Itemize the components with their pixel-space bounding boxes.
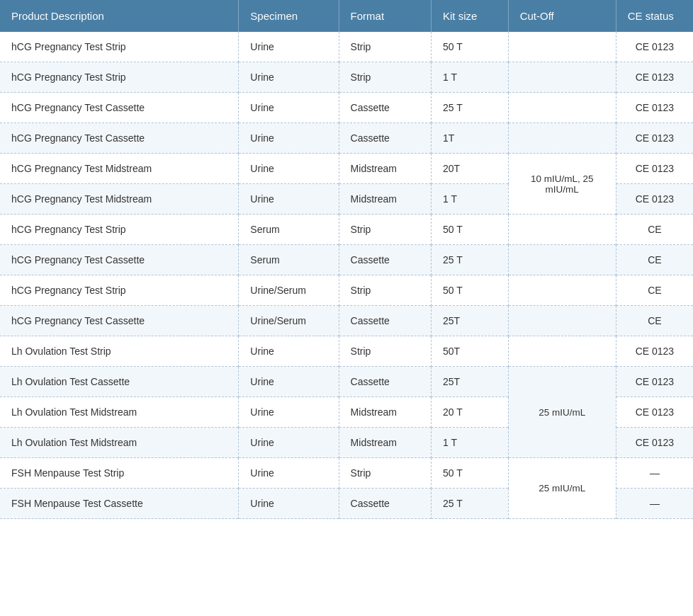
cell-kitsize: 25 T (432, 93, 509, 123)
cell-format: Cassette (339, 245, 431, 275)
cell-specimen: Urine/Serum (239, 306, 339, 336)
table-row: hCG Pregnancy Test CassetteSerumCassette… (0, 245, 693, 275)
table-row: hCG Pregnancy Test MidstreamUrineMidstre… (0, 154, 693, 184)
cell-kitsize: 50 T (432, 32, 509, 62)
table-row: hCG Pregnancy Test StripUrine/SerumStrip… (0, 275, 693, 306)
cell-specimen: Urine (239, 184, 339, 215)
cell-kitsize: 50 T (432, 275, 509, 306)
cell-product: hCG Pregnancy Test Strip (0, 275, 239, 306)
cell-cutoff (508, 306, 616, 336)
cell-cutoff: 25 mIU/mL (508, 458, 616, 519)
cell-product: Lh Ovulation Test Midstream (0, 397, 239, 428)
cell-kitsize: 1T (432, 123, 509, 154)
header-cestatus: CE status (616, 0, 693, 32)
cell-cutoff (508, 32, 616, 62)
cell-cestatus: CE 0123 (616, 428, 693, 458)
cell-kitsize: 20 T (432, 397, 509, 428)
cell-kitsize: 20T (432, 154, 509, 184)
cell-specimen: Urine (239, 489, 339, 519)
table-row: hCG Pregnancy Test StripSerumStrip50 TCE (0, 215, 693, 245)
cell-specimen: Urine (239, 397, 339, 428)
table-row: FSH Menpause Test StripUrineStrip50 T25 … (0, 458, 693, 489)
header-cutoff: Cut-Off (508, 0, 616, 32)
cell-cestatus: CE 0123 (616, 93, 693, 123)
cell-product: hCG Pregnancy Test Strip (0, 32, 239, 62)
cell-specimen: Urine (239, 123, 339, 154)
cell-cutoff (508, 93, 616, 123)
cell-specimen: Serum (239, 215, 339, 245)
table-row: Lh Ovulation Test StripUrineStrip50TCE 0… (0, 336, 693, 367)
cell-product: FSH Menpause Test Cassette (0, 489, 239, 519)
cell-format: Midstream (339, 397, 431, 428)
cell-specimen: Urine (239, 367, 339, 397)
cell-cestatus: CE 0123 (616, 367, 693, 397)
cell-kitsize: 25 T (432, 245, 509, 275)
cell-cestatus: CE 0123 (616, 62, 693, 93)
cell-format: Midstream (339, 428, 431, 458)
cell-product: hCG Pregnancy Test Cassette (0, 306, 239, 336)
cell-cestatus: CE (616, 245, 693, 275)
cell-cestatus: CE (616, 306, 693, 336)
header-product: Product Description (0, 0, 239, 32)
cell-cutoff (508, 62, 616, 93)
cell-format: Cassette (339, 489, 431, 519)
cell-cestatus: CE 0123 (616, 397, 693, 428)
cell-specimen: Urine (239, 154, 339, 184)
cell-cutoff: 25 mIU/mL (508, 367, 616, 458)
cell-format: Midstream (339, 184, 431, 215)
cell-cutoff (508, 215, 616, 245)
cell-specimen: Urine (239, 336, 339, 367)
cell-format: Strip (339, 215, 431, 245)
cell-cestatus: CE 0123 (616, 336, 693, 367)
cell-cutoff (508, 245, 616, 275)
cell-cestatus: CE 0123 (616, 154, 693, 184)
cell-cestatus: CE (616, 275, 693, 306)
cell-kitsize: 1 T (432, 62, 509, 93)
cell-product: hCG Pregnancy Test Midstream (0, 184, 239, 215)
table-row: hCG Pregnancy Test CassetteUrineCassette… (0, 93, 693, 123)
cell-cestatus: CE 0123 (616, 184, 693, 215)
cell-product: FSH Menpause Test Strip (0, 458, 239, 489)
cell-product: Lh Ovulation Test Strip (0, 336, 239, 367)
cell-cestatus: — (616, 458, 693, 489)
cell-cutoff (508, 336, 616, 367)
cell-specimen: Urine (239, 458, 339, 489)
cell-kitsize: 25T (432, 367, 509, 397)
cell-format: Strip (339, 336, 431, 367)
cell-cestatus: CE 0123 (616, 123, 693, 154)
cell-product: hCG Pregnancy Test Strip (0, 215, 239, 245)
cell-kitsize: 1 T (432, 184, 509, 215)
cell-kitsize: 25T (432, 306, 509, 336)
table-row: hCG Pregnancy Test StripUrineStrip1 TCE … (0, 62, 693, 93)
cell-product: hCG Pregnancy Test Strip (0, 62, 239, 93)
cell-cutoff (508, 123, 616, 154)
cell-product: hCG Pregnancy Test Cassette (0, 93, 239, 123)
cell-cestatus: CE 0123 (616, 32, 693, 62)
cell-product: hCG Pregnancy Test Midstream (0, 154, 239, 184)
cell-specimen: Urine (239, 93, 339, 123)
cell-cestatus: — (616, 489, 693, 519)
cell-kitsize: 50 T (432, 215, 509, 245)
cell-product: hCG Pregnancy Test Cassette (0, 123, 239, 154)
cell-product: Lh Ovulation Test Midstream (0, 428, 239, 458)
header-format: Format (339, 0, 431, 32)
cell-format: Strip (339, 275, 431, 306)
cell-kitsize: 25 T (432, 489, 509, 519)
header-specimen: Specimen (239, 0, 339, 32)
cell-cutoff: 10 mIU/mL, 25 mIU/mL (508, 154, 616, 215)
cell-format: Strip (339, 458, 431, 489)
cell-specimen: Urine (239, 32, 339, 62)
table-row: hCG Pregnancy Test CassetteUrine/SerumCa… (0, 306, 693, 336)
cell-format: Midstream (339, 154, 431, 184)
cell-kitsize: 1 T (432, 428, 509, 458)
cell-cestatus: CE (616, 215, 693, 245)
cell-cutoff (508, 275, 616, 306)
cell-format: Cassette (339, 306, 431, 336)
header-kitsize: Kit size (432, 0, 509, 32)
cell-format: Cassette (339, 123, 431, 154)
table-row: hCG Pregnancy Test CassetteUrineCassette… (0, 123, 693, 154)
cell-format: Cassette (339, 93, 431, 123)
cell-specimen: Urine (239, 428, 339, 458)
cell-kitsize: 50 T (432, 458, 509, 489)
cell-format: Strip (339, 62, 431, 93)
